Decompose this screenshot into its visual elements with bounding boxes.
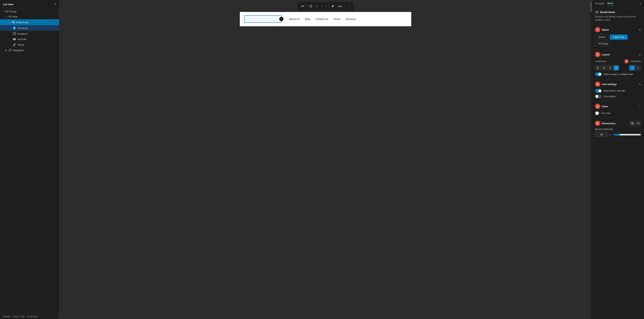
orient-vertical-button[interactable] [636, 65, 641, 71]
block-spacing-input[interactable] [595, 132, 608, 137]
svg-rect-18 [303, 6, 304, 7]
nav-link-contact[interactable]: Contact Us [316, 18, 328, 21]
wrap-label: Allow to wrap to multiple lines [604, 73, 633, 76]
social-icons-more-icon[interactable]: ⋮ [52, 20, 57, 24]
breadcrumb-row[interactable]: Row [21, 315, 25, 317]
icon-color-swatch[interactable] [595, 111, 599, 115]
tree-item-facebook[interactable]: Facebook [0, 25, 59, 31]
svg-point-25 [316, 5, 316, 6]
svg-point-20 [311, 5, 312, 6]
justify-buttons-row [595, 65, 641, 71]
orient-horizontal-button[interactable] [629, 65, 635, 71]
tree-item-navigation[interactable]: ▶ Navigation [0, 48, 59, 53]
svg-line-7 [13, 22, 14, 22]
justify-center-button[interactable] [601, 65, 607, 71]
dimensions-title: Dimensions [602, 122, 616, 125]
svg-line-24 [310, 6, 311, 7]
tree-item-social-icons[interactable]: ▾ Social Icons ⋮ [0, 19, 59, 25]
tree-item-tiktok[interactable]: TikTok [0, 42, 59, 48]
dimensions-icon-buttons [630, 121, 641, 126]
justify-buttons [595, 65, 619, 71]
color-section-header: 5 Color ⋮ [595, 104, 641, 109]
svg-point-30 [317, 7, 317, 7]
social-icons-block[interactable]: + [244, 15, 282, 23]
svg-line-8 [13, 22, 14, 23]
block-spacing-slider[interactable] [614, 133, 641, 136]
link-settings-header[interactable]: 4 Link settings ▲ [595, 82, 641, 87]
more-toolbar-button[interactable]: ⋮ [346, 4, 352, 9]
color-step-badge: 5 [595, 104, 600, 109]
link-settings-section: 4 Link settings ▲ Open links in new tab … [592, 79, 644, 101]
styles-section: 1 Styles ▲ Default Logos Only Pill Shape [592, 25, 644, 49]
justify-left-button[interactable] [595, 65, 600, 71]
color-more-button[interactable]: ⋮ [638, 105, 641, 108]
nav-link-services[interactable]: Services [346, 18, 356, 21]
left-panel: List View × ▾ Group ▾ Row ▾ Social Icons… [0, 0, 59, 319]
instagram-icon [13, 32, 16, 35]
svg-point-28 [317, 5, 317, 6]
color-section: 5 Color ⋮ Icon color [592, 101, 644, 118]
nav-prev-toolbar-button[interactable]: ‹ [320, 4, 324, 9]
show-labels-toggle[interactable] [595, 95, 602, 98]
canvas-scrollbar-thumb [590, 1, 592, 12]
link-settings-collapse-icon[interactable]: ▲ [639, 83, 641, 85]
svg-marker-51 [633, 67, 633, 69]
nav-link-about[interactable]: About Us [289, 18, 300, 21]
share-toolbar-button[interactable] [308, 4, 314, 9]
tree-item-instagram[interactable]: Instagram [0, 31, 59, 36]
svg-point-4 [12, 22, 13, 23]
tree-item-row[interactable]: ▾ Row [0, 14, 59, 19]
breadcrumb-social-icons[interactable]: Social Icons [27, 315, 38, 317]
row-icon [8, 15, 12, 18]
dimensions-link-button[interactable] [636, 121, 641, 126]
layout-collapse-icon[interactable]: ▲ [639, 53, 641, 56]
right-panel: Template Block × Social Icons Display ic… [592, 0, 644, 319]
layout-step-badge: 2 [595, 52, 600, 57]
svg-rect-31 [332, 5, 334, 7]
style-logos-only-button[interactable]: Logos Only [610, 35, 628, 40]
style-default-button[interactable]: Default [595, 35, 608, 40]
tab-template[interactable]: Template [594, 2, 604, 6]
nav-link-blog[interactable]: Blog [305, 18, 310, 21]
block-toolbar: ‹ › Size ⋮ [298, 2, 353, 10]
style-pill-shape-button[interactable]: Pill Shape [595, 41, 612, 47]
new-tab-toggle[interactable] [595, 89, 602, 93]
styles-title: Styles [602, 28, 609, 31]
svg-rect-32 [332, 6, 332, 7]
transform-toolbar-button[interactable] [300, 3, 306, 9]
canvas-scrollbar[interactable] [590, 0, 592, 319]
orientation-step-badge: 3 [624, 59, 628, 64]
breadcrumb-template[interactable]: Template [2, 315, 10, 317]
social-icons-icon [12, 21, 14, 24]
facebook-label: Facebook [17, 27, 57, 30]
tree-item-group[interactable]: ▾ Group [0, 9, 59, 14]
svg-point-34 [597, 11, 598, 12]
right-panel-close-button[interactable]: × [640, 2, 642, 6]
justify-fill-button[interactable] [614, 65, 619, 71]
size-toolbar-button[interactable]: Size [336, 4, 344, 9]
styles-collapse-icon[interactable]: ▲ [639, 28, 641, 31]
breadcrumb-group[interactable]: Group [13, 315, 18, 317]
justification-row: Justification 3 Orientation [595, 59, 641, 64]
orientation-buttons [629, 65, 641, 71]
tiktok-label: TikTok [17, 44, 57, 46]
styles-section-header[interactable]: 1 Styles ▲ [595, 27, 641, 32]
tab-block[interactable]: Block [608, 2, 614, 6]
tree-item-youtube[interactable]: YouTube [0, 36, 59, 42]
layout-section-header[interactable]: 2 Layout ▲ [595, 52, 641, 57]
dimensions-reset-button[interactable] [630, 121, 635, 126]
add-block-button[interactable]: + [279, 17, 284, 21]
drag-toolbar-button[interactable] [314, 4, 320, 9]
svg-point-22 [309, 6, 310, 7]
nav-link-home[interactable]: Home [334, 18, 340, 21]
navigation-arrow-icon: ▶ [5, 49, 8, 51]
color-title: Color [602, 105, 608, 108]
justify-right-button[interactable] [607, 65, 613, 71]
nav-next-toolbar-button[interactable]: › [324, 4, 328, 9]
show-labels-toggle-row: Show labels [595, 95, 641, 98]
align-toolbar-button[interactable] [330, 4, 336, 9]
canvas-navigation-bar: + About Us Blog Contact Us Home Services [240, 12, 411, 26]
wrap-toggle[interactable] [595, 72, 602, 76]
list-view-close-button[interactable]: × [54, 3, 56, 6]
svg-point-11 [14, 33, 15, 34]
